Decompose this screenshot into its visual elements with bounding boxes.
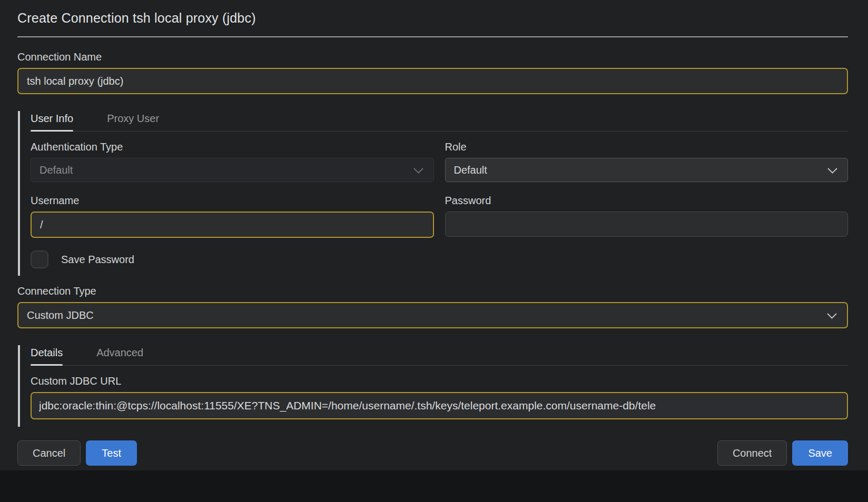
user-info-section: User Info Proxy User Authentication Type… (18, 111, 848, 276)
username-input[interactable] (31, 212, 434, 238)
password-input[interactable] (445, 212, 849, 237)
tab-advanced[interactable]: Advanced (96, 345, 143, 365)
connection-type-label: Connection Type (17, 285, 848, 297)
save-password-label: Save Password (61, 254, 134, 266)
title-divider (17, 36, 848, 37)
dialog-footer: Cancel Test Connect Save (17, 440, 848, 466)
details-section: Details Advanced Custom JDBC URL (18, 345, 848, 427)
username-label: Username (31, 195, 434, 207)
tab-details[interactable]: Details (31, 345, 63, 365)
save-password-checkbox[interactable] (31, 250, 48, 268)
authentication-type-select[interactable]: Default (31, 158, 434, 182)
connect-button[interactable]: Connect (717, 440, 787, 466)
authentication-type-value: Default (40, 164, 73, 176)
details-tabs: Details Advanced (31, 345, 848, 366)
connection-name-input[interactable] (17, 68, 848, 94)
save-button[interactable]: Save (792, 440, 848, 466)
test-button[interactable]: Test (86, 440, 137, 466)
tab-user-info[interactable]: User Info (31, 111, 73, 131)
user-info-tabs: User Info Proxy User (31, 111, 848, 132)
custom-jdbc-url-input[interactable] (31, 392, 848, 419)
tab-proxy-user[interactable]: Proxy User (107, 111, 159, 131)
chevron-down-icon (827, 164, 837, 173)
role-select[interactable]: Default (445, 158, 849, 182)
role-label: Role (445, 141, 849, 153)
chevron-down-icon (413, 164, 423, 173)
create-connection-dialog: Create Connection tsh local proxy (jdbc)… (0, 0, 868, 466)
cancel-button[interactable]: Cancel (17, 440, 81, 466)
role-value: Default (454, 164, 487, 176)
chevron-down-icon (827, 309, 836, 318)
bottom-background-strip (0, 470, 868, 502)
authentication-type-label: Authentication Type (31, 141, 434, 153)
connection-type-select[interactable]: Custom JDBC (17, 302, 848, 328)
connection-type-value: Custom JDBC (27, 309, 94, 322)
custom-jdbc-url-label: Custom JDBC URL (31, 375, 848, 387)
connection-name-label: Connection Name (17, 51, 848, 63)
page-title: Create Connection tsh local proxy (jdbc) (17, 11, 848, 26)
password-label: Password (445, 195, 849, 207)
